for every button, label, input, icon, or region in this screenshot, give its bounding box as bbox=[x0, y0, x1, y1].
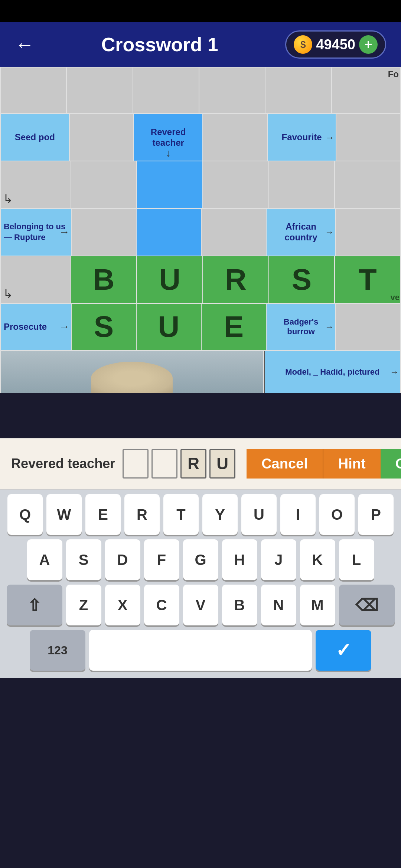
key-o[interactable]: O bbox=[319, 494, 355, 535]
cell-u1[interactable]: U bbox=[137, 256, 202, 303]
arrow-right-prosecute: → bbox=[59, 321, 69, 333]
cell-e[interactable]: E bbox=[202, 304, 266, 351]
cell-2-2 bbox=[137, 161, 202, 208]
cell-s1[interactable]: S bbox=[269, 256, 335, 303]
key-q[interactable]: Q bbox=[7, 494, 43, 535]
key-h[interactable]: H bbox=[222, 539, 257, 580]
keyboard-row-3: ⇧ Z X C V B N M ⌫ bbox=[3, 585, 398, 625]
numbers-key[interactable]: 123 bbox=[30, 630, 85, 671]
confirm-key[interactable]: ✓ bbox=[316, 630, 371, 671]
active-clue-text: Revered teacher bbox=[11, 456, 115, 471]
clue-badger-text: Badger's burrow bbox=[269, 317, 333, 337]
key-v[interactable]: V bbox=[183, 585, 218, 625]
cell-3-1 bbox=[72, 209, 136, 256]
clue-prosecute-text: Prosecute bbox=[4, 322, 47, 332]
key-r[interactable]: R bbox=[124, 494, 160, 535]
back-button[interactable]: ← bbox=[15, 33, 34, 56]
key-t[interactable]: T bbox=[163, 494, 199, 535]
key-l[interactable]: L bbox=[339, 539, 374, 580]
cell-2-0: ↳ bbox=[1, 161, 71, 208]
key-z[interactable]: Z bbox=[66, 585, 101, 625]
clue-revered-teacher[interactable]: Revered teacher ↓ bbox=[134, 114, 202, 161]
cell-0-4 bbox=[265, 68, 331, 113]
keyboard-bottom-row: 123 ✓ bbox=[3, 630, 398, 671]
cell-s2[interactable]: S bbox=[72, 304, 136, 351]
hint-button[interactable]: Hint bbox=[323, 449, 381, 479]
clue-badger[interactable]: Badger's burrow → bbox=[267, 304, 335, 351]
clue-prosecute[interactable]: Prosecute → bbox=[1, 304, 71, 351]
letter-box-2[interactable] bbox=[151, 449, 177, 479]
coin-badge: $ 49450 + bbox=[285, 30, 386, 59]
arrow-right-favourite: → bbox=[325, 132, 334, 143]
page-title: Crossword 1 bbox=[101, 33, 218, 56]
letter-e: E bbox=[224, 310, 244, 344]
cell-0-2 bbox=[133, 68, 199, 113]
clue-seed-pod[interactable]: Seed pod bbox=[1, 114, 69, 161]
letter-r: R bbox=[225, 263, 247, 297]
key-x[interactable]: X bbox=[105, 585, 140, 625]
arrow-right-belonging: → bbox=[59, 226, 69, 238]
partial-ve: ve bbox=[391, 293, 400, 302]
key-k[interactable]: K bbox=[300, 539, 335, 580]
key-p[interactable]: P bbox=[358, 494, 394, 535]
key-j[interactable]: J bbox=[261, 539, 296, 580]
cell-r[interactable]: R bbox=[203, 256, 268, 303]
arrow-right-model: → bbox=[390, 367, 399, 377]
key-g[interactable]: G bbox=[183, 539, 218, 580]
add-coins-button[interactable]: + bbox=[359, 35, 378, 54]
shift-key[interactable]: ⇧ bbox=[7, 585, 62, 625]
cell-0-3 bbox=[199, 68, 265, 113]
key-f[interactable]: F bbox=[144, 539, 179, 580]
cell-0-0 bbox=[1, 68, 66, 113]
key-u[interactable]: U bbox=[241, 494, 277, 535]
clue-belonging[interactable]: Belonging to us — Rupture → bbox=[1, 209, 71, 256]
key-e[interactable]: E bbox=[85, 494, 121, 535]
clue-african-country[interactable]: African country → bbox=[267, 209, 335, 256]
coin-count: 49450 bbox=[316, 37, 355, 53]
cancel-button[interactable]: Cancel bbox=[247, 449, 323, 479]
clue-seed-pod-text: Seed pod bbox=[15, 132, 55, 143]
key-m[interactable]: M bbox=[300, 585, 335, 625]
cell-t[interactable]: T ve bbox=[335, 256, 400, 303]
clue-favourite-text: Favourite bbox=[282, 132, 322, 143]
key-b[interactable]: B bbox=[222, 585, 257, 625]
key-i[interactable]: I bbox=[280, 494, 316, 535]
backspace-key[interactable]: ⌫ bbox=[339, 585, 395, 625]
letter-box-1[interactable] bbox=[123, 449, 149, 479]
letter-boxes: R U bbox=[123, 449, 235, 479]
key-c[interactable]: C bbox=[144, 585, 179, 625]
crossword-grid: Fo Seed pod Revered teacher ↓ Favourite … bbox=[0, 67, 401, 393]
corner-arrow-2: ↳ bbox=[3, 287, 13, 301]
okay-button[interactable]: Okay bbox=[381, 449, 401, 479]
letter-s2: S bbox=[94, 310, 114, 344]
key-y[interactable]: Y bbox=[202, 494, 238, 535]
cell-2-4 bbox=[269, 161, 335, 208]
key-w[interactable]: W bbox=[46, 494, 82, 535]
key-s[interactable]: S bbox=[66, 539, 101, 580]
letter-box-3[interactable]: R bbox=[180, 449, 206, 479]
clue-model-text: Model, _ Hadid, pictured bbox=[285, 367, 379, 378]
action-buttons: Cancel Hint Okay bbox=[247, 449, 401, 479]
letter-s1: S bbox=[292, 263, 312, 297]
cell-3-5 bbox=[336, 209, 400, 256]
keyboard: Q W E R T Y U I O P A S D F G H J K L ⇧ … bbox=[0, 490, 401, 678]
space-key[interactable] bbox=[89, 630, 312, 671]
cell-0-5: Fo bbox=[332, 68, 400, 113]
arrow-right-badger: → bbox=[325, 322, 334, 332]
key-n[interactable]: N bbox=[261, 585, 296, 625]
cell-0-1 bbox=[67, 68, 132, 113]
cell-1-5 bbox=[336, 114, 400, 161]
cell-b[interactable]: B bbox=[71, 256, 137, 303]
clue-revered-teacher-text: Revered teacher bbox=[136, 127, 200, 148]
clue-model[interactable]: Model, _ Hadid, pictured → bbox=[264, 351, 400, 393]
cell-3-2 bbox=[137, 209, 201, 256]
clue-favourite[interactable]: Favourite → bbox=[268, 114, 336, 161]
input-bar: Revered teacher R U Cancel Hint Okay bbox=[0, 438, 401, 490]
letter-box-4[interactable]: U bbox=[209, 449, 235, 479]
corner-arrow-1: ↳ bbox=[3, 192, 13, 206]
cell-u2[interactable]: U bbox=[137, 304, 201, 351]
letter-u2: U bbox=[158, 310, 180, 344]
key-d[interactable]: D bbox=[105, 539, 140, 580]
cell-1-3 bbox=[203, 114, 267, 161]
key-a[interactable]: A bbox=[27, 539, 62, 580]
